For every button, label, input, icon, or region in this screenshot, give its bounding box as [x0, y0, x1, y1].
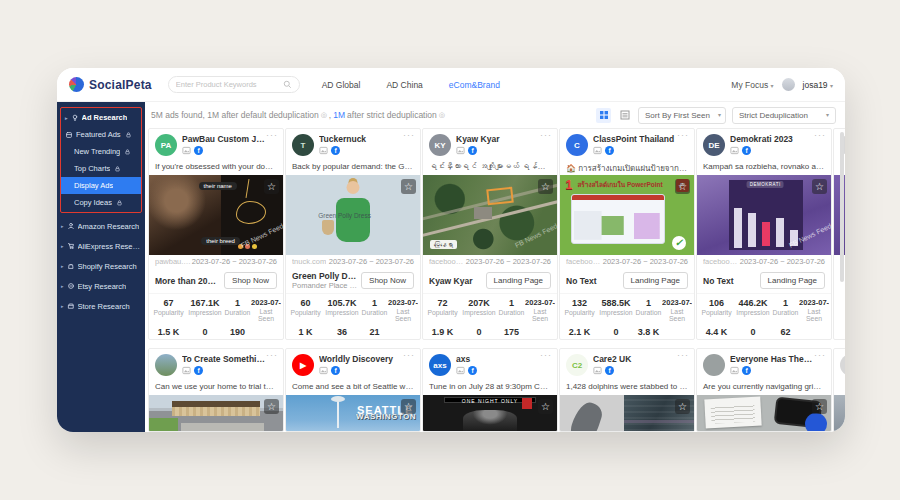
cta-button[interactable]: Landing Page: [486, 272, 551, 289]
favorite-star-button[interactable]: ☆: [264, 399, 279, 414]
card-menu-button[interactable]: ···: [266, 130, 278, 140]
ad-domain[interactable]: pawbau.com: [155, 257, 192, 266]
sidebar-item-display-ads[interactable]: Display Ads: [61, 177, 141, 194]
card-menu-button[interactable]: ···: [540, 130, 552, 140]
advertiser-name[interactable]: Demokrati 2023: [730, 134, 814, 144]
card-menu-button[interactable]: ···: [540, 350, 552, 360]
user-menu[interactable]: josa19 ▾: [803, 80, 833, 90]
user-avatar[interactable]: [782, 78, 795, 91]
sidebar-item-top-charts[interactable]: Top Charts: [61, 160, 141, 177]
sidebar-item-etsy-research[interactable]: ▸ Etsy Research: [57, 276, 145, 296]
cta-button[interactable]: Shop Now: [361, 272, 414, 289]
favorite-star-button[interactable]: ☆: [812, 399, 827, 414]
sidebar-item-aliexpress-research[interactable]: ▸ AliExpress Research: [57, 236, 145, 256]
image-decor: [149, 418, 178, 431]
sidebar-item-copy-ideas[interactable]: Copy Ideas: [61, 194, 141, 211]
ad-image[interactable]: ☆: [834, 395, 845, 431]
image-watermark: Green Polly Dress: [318, 212, 371, 219]
ad-image[interactable]: SEATTLE WASHINGTON ☆: [286, 395, 420, 431]
card-menu-button[interactable]: ···: [814, 130, 826, 140]
sidebar-item-amazon-research[interactable]: ▸ Amazon Research: [57, 216, 145, 236]
stat-share: 21Share: [361, 327, 388, 340]
advertiser-avatar[interactable]: axs: [429, 354, 451, 376]
advertiser-name[interactable]: Care2 UK: [593, 354, 677, 364]
advertiser-name[interactable]: Worldly Discovery: [319, 354, 403, 364]
favorite-star-button[interactable]: ☆: [401, 399, 416, 414]
nav-ad-china[interactable]: AD China: [386, 80, 422, 90]
ad-image[interactable]: their name their breed FB News Feed ☆: [149, 175, 283, 255]
ad-image[interactable]: สร้างสไลด์เกมใน PowerPoint 1 ☆: [560, 175, 694, 255]
advertiser-avatar[interactable]: DE: [703, 134, 725, 156]
favorite-star-button[interactable]: ☆: [538, 179, 553, 194]
ad-domain[interactable]: facebook.com/10...: [429, 257, 466, 266]
my-focus-menu[interactable]: My Focus ▾: [731, 80, 773, 90]
ad-image[interactable]: မြေနေရာ FB News Feed ☆: [423, 175, 557, 255]
ad-domain[interactable]: tnuck.com: [292, 257, 326, 266]
advertiser-name[interactable]: Tuckernuck: [319, 134, 403, 144]
scrollbar[interactable]: [840, 132, 844, 282]
advertiser-avatar[interactable]: C2: [566, 354, 588, 376]
favorite-star-button[interactable]: ☆: [401, 179, 416, 194]
info-icon[interactable]: ◎: [321, 111, 327, 119]
sidebar-item-new-trending[interactable]: New Trending: [61, 143, 141, 160]
advertiser-avatar[interactable]: [840, 354, 845, 376]
product-search[interactable]: [168, 76, 300, 93]
advertiser-name[interactable]: To Create Something Exceptio...: [182, 354, 266, 364]
card-menu-button[interactable]: ···: [266, 350, 278, 360]
advertiser-avatar[interactable]: T: [292, 134, 314, 156]
card-header: axs axs ··· f: [423, 349, 557, 381]
ad-image[interactable]: ☆: [697, 395, 831, 431]
advertiser-name[interactable]: axs: [456, 354, 540, 364]
image-decor: [236, 201, 266, 224]
nav-ad-global[interactable]: AD Global: [322, 80, 361, 90]
favorite-star-button[interactable]: ☆: [538, 399, 553, 414]
list-view-button[interactable]: [617, 108, 632, 123]
facebook-icon: f: [605, 366, 614, 375]
ad-image[interactable]: ☆: [149, 395, 283, 431]
stat-like: 1 KLike: [288, 327, 323, 340]
ad-image[interactable]: ☆: [560, 395, 694, 431]
advertiser-avatar[interactable]: [703, 354, 725, 376]
card-stats: 60Popularity 105.7KImpression 1Duration …: [286, 293, 420, 340]
platform-icons: f: [319, 366, 340, 375]
advertiser-avatar[interactable]: ▶: [292, 354, 314, 376]
chevron-right-icon: ▸: [61, 303, 64, 309]
nav-ecom-brand[interactable]: eCom&Brand: [449, 80, 500, 90]
advertiser-name[interactable]: Everyone Has The Freedom To...: [730, 354, 814, 364]
card-menu-button[interactable]: ···: [677, 350, 689, 360]
advertiser-avatar[interactable]: [155, 354, 177, 376]
card-menu-button[interactable]: ···: [814, 350, 826, 360]
deduplication-dropdown[interactable]: Strict Deduplication ▾: [732, 107, 836, 124]
favorite-star-button[interactable]: ☆: [812, 179, 827, 194]
cta-button[interactable]: Shop Now: [224, 272, 277, 289]
ad-domain[interactable]: facebook.com/10...: [703, 257, 740, 266]
cta-button[interactable]: Landing Page: [760, 272, 825, 289]
advertiser-name[interactable]: ClassPoint Thailand: [593, 134, 677, 144]
grid-view-button[interactable]: [596, 108, 611, 123]
sort-dropdown[interactable]: Sort By First Seen ▾: [638, 107, 726, 124]
advertiser-avatar[interactable]: PA: [155, 134, 177, 156]
info-icon[interactable]: ◎: [439, 111, 445, 119]
favorite-star-button[interactable]: ☆: [264, 179, 279, 194]
advertiser-name[interactable]: PawBau Custom Jewelry: [182, 134, 266, 144]
brand-name[interactable]: SocialPeta: [89, 78, 152, 92]
cta-button[interactable]: Landing Page: [623, 272, 688, 289]
favorite-star-button[interactable]: ☆: [675, 399, 690, 414]
advertiser-avatar[interactable]: KY: [429, 134, 451, 156]
advertiser-avatar[interactable]: C: [566, 134, 588, 156]
ad-image[interactable]: DEMOKRATI FB News Feed ☆: [697, 175, 831, 255]
ad-image[interactable]: Green Polly Dress ☆: [286, 175, 420, 255]
ad-image[interactable]: ONE NIGHT ONLY ☆: [423, 395, 557, 431]
sidebar-item-featured-ads[interactable]: Featured Ads: [61, 126, 141, 143]
card-menu-button[interactable]: ···: [677, 130, 689, 140]
sidebar-item-ad-research[interactable]: ▸ Ad Research: [61, 109, 141, 126]
card-menu-button[interactable]: ···: [403, 350, 415, 360]
advertiser-name[interactable]: Kyaw Kyar: [456, 134, 540, 144]
favorite-star-button[interactable]: ☆: [675, 179, 690, 194]
card-menu-button[interactable]: ···: [403, 130, 415, 140]
sidebar-item-store-research[interactable]: ▸ Store Research: [57, 296, 145, 316]
search-input[interactable]: [176, 80, 279, 89]
media-type-icon: [456, 146, 465, 155]
ad-domain[interactable]: facebook.com/11...: [566, 257, 603, 266]
sidebar-item-shopify-research[interactable]: ▸ Shopify Research: [57, 256, 145, 276]
